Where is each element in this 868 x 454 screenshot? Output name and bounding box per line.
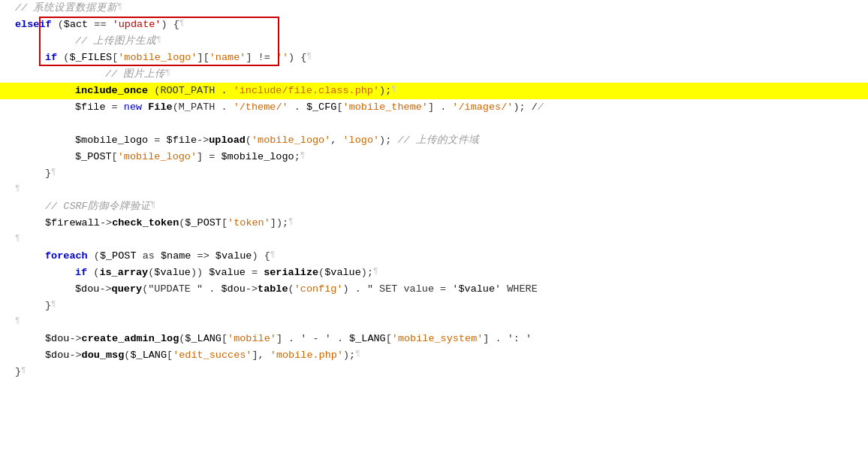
- variable: $dou: [75, 281, 99, 298]
- pilcrow-mark: ¶: [300, 149, 306, 162]
- code-text: (: [52, 17, 64, 33]
- code-line: elseif ($act == 'update') {¶: [0, 17, 868, 33]
- string-literal: '/images/': [452, 99, 513, 116]
- variable: $value: [209, 265, 246, 281]
- variable: $_POST: [185, 215, 222, 232]
- function-name: check_token: [112, 215, 179, 232]
- pilcrow-mark: ¶: [117, 0, 122, 14]
- variable: $file: [75, 99, 106, 116]
- comment: // 图片上传: [105, 66, 165, 83]
- code-text: ->: [99, 281, 111, 298]
- code-text: ] =: [197, 149, 221, 165]
- variable: $_CFG: [306, 99, 337, 116]
- code-text: ;: [294, 149, 300, 165]
- code-text: ,: [330, 132, 342, 149]
- keyword: if: [45, 50, 57, 66]
- string-literal: 'mobile_theme': [343, 99, 428, 116]
- code-text: ][: [197, 50, 209, 66]
- code-line: ¶: [0, 232, 868, 248]
- string-literal: 'mobile_system': [392, 331, 484, 347]
- code-text: .: [288, 99, 306, 116]
- code-line: $_POST['mobile_logo'] = $mobile_logo;¶: [0, 149, 868, 165]
- code-line: // CSRF防御令牌验证¶: [0, 198, 868, 215]
- code-text: [: [222, 215, 228, 232]
- code-text: ==: [88, 17, 112, 33]
- pilcrow-mark: ¶: [151, 198, 156, 212]
- code-text: [: [112, 149, 118, 165]
- code-line: foreach ($_POST as $name => $value) {¶: [0, 248, 868, 265]
- code-text: );: [379, 132, 397, 149]
- code-text: (: [179, 331, 185, 347]
- string-literal: 'config': [294, 281, 343, 298]
- code-text: (: [87, 265, 99, 281]
- code-text: (: [318, 265, 324, 281]
- code-text: (: [179, 215, 185, 232]
- string-literal: '/theme/': [234, 99, 288, 116]
- code-text: [: [386, 331, 392, 347]
- pilcrow-mark: ¶: [391, 83, 396, 96]
- variable: $dou: [221, 281, 245, 298]
- code-text: [: [167, 347, 173, 364]
- variable: $value: [215, 248, 252, 265]
- variable: $_POST: [100, 248, 137, 265]
- variable: $dou: [45, 331, 69, 347]
- function-name: table: [258, 281, 288, 298]
- string-literal: 'include/file.class.php': [234, 83, 379, 99]
- keyword: if: [75, 265, 87, 281]
- code-text: );: [361, 265, 373, 281]
- pilcrow-mark: ¶: [165, 66, 170, 80]
- code-text: (M_PATH .: [173, 99, 234, 116]
- variable: $_LANG: [349, 331, 386, 347]
- code-text: ] . ': ': [483, 331, 532, 347]
- function-name: serialize: [264, 265, 318, 281]
- code-line: }¶: [0, 165, 868, 182]
- variable: $_LANG: [130, 347, 167, 364]
- string-literal: 'edit_succes': [173, 347, 252, 364]
- function-name: dou_msg: [82, 347, 125, 364]
- code-line: include_once (ROOT_PATH . 'include/file.…: [0, 83, 868, 99]
- variable: $file: [167, 132, 197, 149]
- pilcrow-mark: ¶: [21, 364, 26, 377]
- variable: $value: [458, 281, 495, 298]
- pilcrow-mark: ¶: [288, 215, 294, 229]
- code-text: }: [15, 364, 21, 380]
- string-literal: 'logo': [343, 132, 380, 149]
- keyword: foreach: [45, 248, 88, 265]
- string-literal: 'mobile_logo': [118, 50, 197, 66]
- variable: $act: [64, 17, 88, 33]
- variable: $value: [324, 265, 361, 281]
- comment: // 系统设置数据更新: [15, 0, 117, 17]
- variable: $name: [161, 248, 191, 265]
- code-line: // 上传图片生成¶: [0, 33, 868, 50]
- string-literal: 'update': [113, 17, 161, 33]
- comment: // CSRF防御令牌验证: [45, 198, 151, 215]
- pilcrow-mark: ¶: [15, 232, 20, 245]
- function-name: is_array: [99, 265, 148, 281]
- code-text: ("UPDATE " .: [142, 281, 221, 298]
- code-line: $file = new File(M_PATH . '/theme/' . $_…: [0, 99, 868, 116]
- keyword: new: [124, 99, 142, 116]
- comment: // 上传图片生成: [75, 33, 156, 50]
- code-text: );: [379, 83, 391, 99]
- code-line: ¶: [0, 182, 868, 198]
- pilcrow-mark: ¶: [373, 265, 378, 278]
- string-literal: 'mobile_logo': [252, 132, 330, 149]
- pilcrow-mark: ¶: [270, 248, 276, 262]
- code-line: if (is_array($value)) $value = serialize…: [0, 265, 868, 281]
- string-literal: 'mobile': [228, 331, 276, 347]
- code-container: // 系统设置数据更新¶elseif ($act == 'update') {¶…: [0, 0, 868, 454]
- code-text: (: [246, 132, 252, 149]
- pilcrow-mark: ¶: [355, 347, 360, 361]
- code-line: if ($_FILES['mobile_logo']['name'] != ''…: [0, 50, 868, 66]
- pilcrow-mark: ¶: [15, 314, 20, 328]
- code-text: }: [45, 298, 51, 314]
- variable: $_LANG: [185, 331, 222, 347]
- variable: $_FILES: [69, 50, 112, 66]
- variable: $dou: [45, 347, 69, 364]
- string-literal: 'mobile.php': [270, 347, 343, 364]
- code-text: ) {: [288, 50, 306, 66]
- string-literal: 'token': [228, 215, 270, 232]
- code-text: ) . " SET value = ': [343, 281, 459, 298]
- code-text: ' WHERE: [495, 281, 538, 298]
- variable: $value: [154, 265, 191, 281]
